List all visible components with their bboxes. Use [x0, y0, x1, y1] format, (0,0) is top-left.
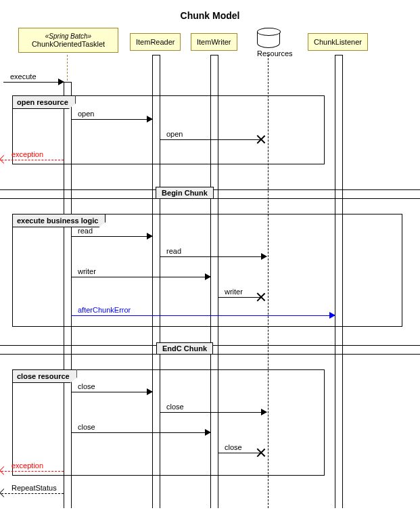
participant-label: ItemWriter [197, 38, 231, 46]
participant-writer: ItemWriter [191, 33, 237, 51]
frame-label: close resource [12, 369, 77, 383]
participant-label: ItemReader [136, 38, 174, 46]
frame-close-resource: close resource [12, 369, 325, 476]
divider-end-chunk: EndC Chunk [0, 342, 420, 357]
message-label: read [78, 227, 93, 235]
participant-reader: ItemReader [130, 33, 181, 51]
participant-label: ChunkOrientedTasklet [24, 40, 112, 48]
message-label: open [78, 110, 94, 118]
message-open: open [160, 139, 261, 140]
message-label: close [78, 382, 95, 390]
message-label: afterChunkError [78, 306, 131, 314]
participant-label: ChunkListener [314, 38, 362, 46]
divider-label: EndC Chunk [156, 342, 213, 355]
message-label: read [166, 247, 181, 255]
sequence-diagram: «Spring Batch» ChunkOrientedTasklet Item… [0, 28, 420, 508]
frame-label: open resource [12, 95, 76, 109]
frame-business-logic: execute business logic [12, 214, 402, 327]
participant-resources: Resources [257, 28, 281, 58]
message-writer: writer [218, 297, 261, 298]
message-repeat-status: RepeatStatus [1, 493, 64, 494]
message-close: close [71, 432, 210, 433]
message-exception: exception [1, 160, 64, 160]
message-execute: execute [3, 82, 64, 83]
message-open: open [71, 119, 152, 120]
message-after-chunk-error: afterChunkError [71, 315, 335, 316]
participant-label: Resources [257, 49, 281, 58]
participant-listener: ChunkListener [308, 33, 368, 51]
message-label: exception [11, 461, 43, 470]
message-label: close [225, 443, 242, 451]
message-label: close [166, 403, 184, 411]
message-read: read [160, 256, 266, 257]
message-writer: writer [71, 277, 210, 277]
destroy-icon [257, 293, 265, 301]
message-label: close [78, 423, 95, 431]
divider-label: Begin Chunk [156, 187, 214, 199]
message-close: close [160, 412, 266, 413]
stereotype-label: «Spring Batch» [24, 32, 112, 40]
database-icon [257, 28, 280, 48]
destroy-icon [257, 449, 265, 457]
message-exception: exception [1, 471, 64, 472]
frame-label: execute business logic [12, 214, 106, 227]
destroy-icon [257, 135, 265, 143]
message-label: writer [225, 288, 243, 296]
message-label: writer [78, 267, 96, 275]
message-label: open [166, 130, 183, 138]
message-label: execute [10, 72, 37, 81]
message-label: exception [11, 150, 43, 158]
message-close: close [218, 453, 261, 453]
divider-begin-chunk: Begin Chunk [0, 187, 420, 202]
participant-tasklet: «Spring Batch» ChunkOrientedTasklet [18, 28, 118, 53]
message-close: close [71, 392, 152, 392]
message-label: RepeatStatus [11, 484, 57, 492]
diagram-title: Chunk Model [0, 0, 420, 28]
message-read: read [71, 236, 152, 237]
